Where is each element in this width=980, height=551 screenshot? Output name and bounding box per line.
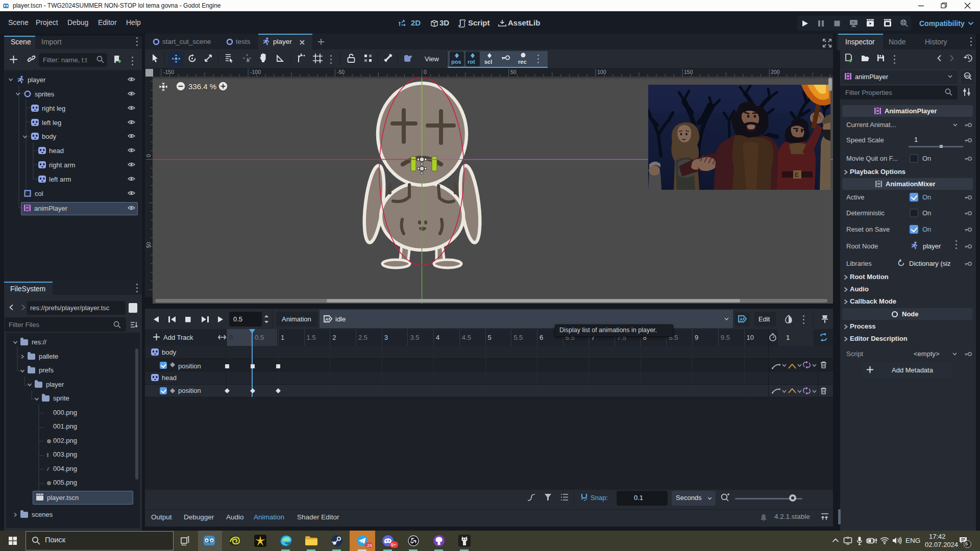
svg-text:A: A xyxy=(325,317,329,322)
svg-text:-50: -50 xyxy=(337,69,345,75)
svg-text:50: 50 xyxy=(145,242,152,248)
svg-text:0: 0 xyxy=(424,69,427,75)
svg-text:DOC: DOC xyxy=(965,74,971,78)
svg-text:200: 200 xyxy=(771,69,780,75)
svg-text:0: 0 xyxy=(145,154,152,157)
svg-text:50: 50 xyxy=(510,69,517,75)
svg-text:-150: -150 xyxy=(163,69,174,75)
svg-text:A: A xyxy=(740,317,743,322)
svg-text:-100: -100 xyxy=(250,69,261,75)
svg-text:100: 100 xyxy=(597,69,606,75)
svg-text:150: 150 xyxy=(684,69,693,75)
